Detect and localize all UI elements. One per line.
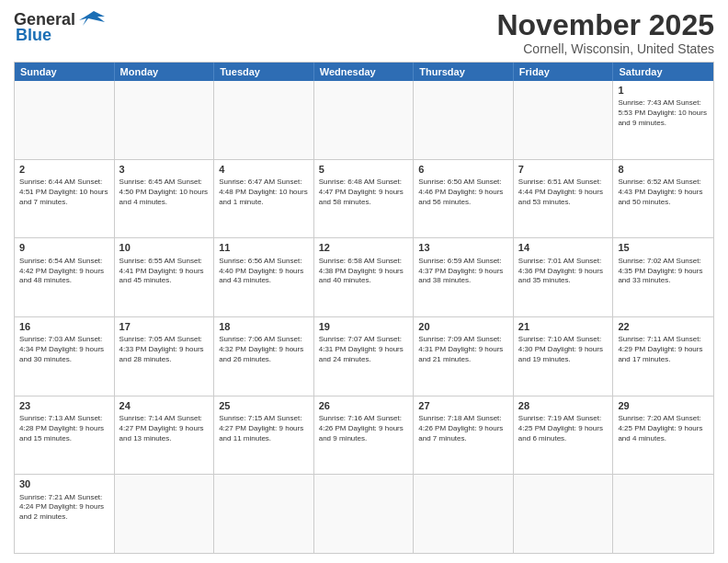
cal-week-2: 9Sunrise: 6:54 AM Sunset: 4:42 PM Daylig… bbox=[15, 237, 713, 316]
cal-cell-w0-d2 bbox=[214, 81, 314, 159]
cell-info-16: Sunrise: 7:03 AM Sunset: 4:34 PM Dayligh… bbox=[19, 335, 109, 364]
header-monday: Monday bbox=[115, 63, 215, 81]
cell-info-24: Sunrise: 7:14 AM Sunset: 4:27 PM Dayligh… bbox=[119, 414, 210, 443]
header-wednesday: Wednesday bbox=[314, 63, 415, 81]
day-number-26: 26 bbox=[319, 399, 409, 412]
cal-cell-w3-d5: 21Sunrise: 7:10 AM Sunset: 4:30 PM Dayli… bbox=[514, 317, 614, 396]
cell-info-20: Sunrise: 7:09 AM Sunset: 4:31 PM Dayligh… bbox=[418, 335, 508, 364]
cal-cell-w2-d6: 15Sunrise: 7:02 AM Sunset: 4:35 PM Dayli… bbox=[613, 238, 713, 316]
cal-cell-w1-d2: 4Sunrise: 6:47 AM Sunset: 4:48 PM Daylig… bbox=[214, 160, 314, 238]
cal-cell-w4-d4: 27Sunrise: 7:18 AM Sunset: 4:26 PM Dayli… bbox=[414, 396, 514, 475]
cal-cell-w3-d0: 16Sunrise: 7:03 AM Sunset: 4:34 PM Dayli… bbox=[15, 317, 115, 396]
cell-info-7: Sunrise: 6:51 AM Sunset: 4:44 PM Dayligh… bbox=[518, 178, 609, 207]
day-number-14: 14 bbox=[518, 241, 609, 254]
cell-info-4: Sunrise: 6:47 AM Sunset: 4:48 PM Dayligh… bbox=[219, 178, 309, 207]
cell-info-27: Sunrise: 7:18 AM Sunset: 4:26 PM Dayligh… bbox=[418, 414, 508, 443]
day-number-19: 19 bbox=[319, 320, 409, 333]
cal-week-4: 23Sunrise: 7:13 AM Sunset: 4:28 PM Dayli… bbox=[15, 396, 713, 475]
cal-cell-w1-d6: 8Sunrise: 6:52 AM Sunset: 4:43 PM Daylig… bbox=[613, 160, 713, 238]
cal-cell-w0-d6: 1Sunrise: 7:43 AM Sunset: 5:53 PM Daylig… bbox=[613, 81, 713, 159]
day-number-30: 30 bbox=[19, 477, 109, 490]
cal-cell-w3-d3: 19Sunrise: 7:07 AM Sunset: 4:31 PM Dayli… bbox=[314, 317, 415, 396]
cell-info-17: Sunrise: 7:05 AM Sunset: 4:33 PM Dayligh… bbox=[119, 335, 210, 364]
day-number-16: 16 bbox=[19, 320, 109, 333]
day-number-29: 29 bbox=[618, 399, 709, 412]
cell-info-22: Sunrise: 7:11 AM Sunset: 4:29 PM Dayligh… bbox=[618, 335, 709, 364]
cal-cell-w4-d1: 24Sunrise: 7:14 AM Sunset: 4:27 PM Dayli… bbox=[115, 396, 215, 475]
logo: General Blue bbox=[14, 9, 108, 45]
cal-cell-w2-d0: 9Sunrise: 6:54 AM Sunset: 4:42 PM Daylig… bbox=[15, 238, 115, 316]
cal-week-0: 1Sunrise: 7:43 AM Sunset: 5:53 PM Daylig… bbox=[15, 81, 713, 159]
cell-info-14: Sunrise: 7:01 AM Sunset: 4:36 PM Dayligh… bbox=[518, 257, 609, 286]
cell-info-5: Sunrise: 6:48 AM Sunset: 4:47 PM Dayligh… bbox=[319, 178, 409, 207]
cell-info-19: Sunrise: 7:07 AM Sunset: 4:31 PM Dayligh… bbox=[319, 335, 409, 364]
cal-cell-w2-d1: 10Sunrise: 6:55 AM Sunset: 4:41 PM Dayli… bbox=[115, 238, 215, 316]
logo-bird-icon bbox=[79, 9, 108, 29]
cell-info-12: Sunrise: 6:58 AM Sunset: 4:38 PM Dayligh… bbox=[319, 257, 409, 286]
cal-cell-w0-d3 bbox=[314, 81, 415, 159]
cal-cell-w1-d4: 6Sunrise: 6:50 AM Sunset: 4:46 PM Daylig… bbox=[414, 160, 514, 238]
day-number-5: 5 bbox=[319, 163, 409, 176]
cal-cell-w0-d1 bbox=[115, 81, 215, 159]
header-saturday: Saturday bbox=[613, 63, 713, 81]
cal-cell-w1-d0: 2Sunrise: 6:44 AM Sunset: 4:51 PM Daylig… bbox=[15, 160, 115, 238]
cell-info-2: Sunrise: 6:44 AM Sunset: 4:51 PM Dayligh… bbox=[19, 178, 109, 207]
day-number-7: 7 bbox=[518, 163, 609, 176]
day-number-22: 22 bbox=[618, 320, 709, 333]
day-number-6: 6 bbox=[418, 163, 508, 176]
cal-cell-w5-d6 bbox=[613, 475, 713, 553]
calendar-header: Sunday Monday Tuesday Wednesday Thursday… bbox=[15, 63, 713, 81]
day-number-23: 23 bbox=[19, 399, 109, 412]
cal-cell-w0-d4 bbox=[414, 81, 514, 159]
day-number-25: 25 bbox=[219, 399, 309, 412]
cal-cell-w1-d1: 3Sunrise: 6:45 AM Sunset: 4:50 PM Daylig… bbox=[115, 160, 215, 238]
cell-info-9: Sunrise: 6:54 AM Sunset: 4:42 PM Dayligh… bbox=[19, 257, 109, 286]
cell-info-21: Sunrise: 7:10 AM Sunset: 4:30 PM Dayligh… bbox=[518, 335, 609, 364]
cell-info-15: Sunrise: 7:02 AM Sunset: 4:35 PM Dayligh… bbox=[618, 257, 709, 286]
cal-cell-w1-d5: 7Sunrise: 6:51 AM Sunset: 4:44 PM Daylig… bbox=[514, 160, 614, 238]
cal-cell-w5-d0: 30Sunrise: 7:21 AM Sunset: 4:24 PM Dayli… bbox=[15, 475, 115, 553]
day-number-10: 10 bbox=[119, 241, 210, 254]
cell-info-25: Sunrise: 7:15 AM Sunset: 4:27 PM Dayligh… bbox=[219, 414, 309, 443]
day-number-17: 17 bbox=[119, 320, 210, 333]
cal-cell-w0-d0 bbox=[15, 81, 115, 159]
cal-cell-w5-d1 bbox=[115, 475, 215, 553]
day-number-1: 1 bbox=[618, 84, 709, 97]
cell-info-6: Sunrise: 6:50 AM Sunset: 4:46 PM Dayligh… bbox=[418, 178, 508, 207]
cal-cell-w2-d5: 14Sunrise: 7:01 AM Sunset: 4:36 PM Dayli… bbox=[514, 238, 614, 316]
day-number-11: 11 bbox=[219, 241, 309, 254]
cal-cell-w4-d6: 29Sunrise: 7:20 AM Sunset: 4:25 PM Dayli… bbox=[613, 396, 713, 475]
header-friday: Friday bbox=[514, 63, 614, 81]
cal-cell-w2-d3: 12Sunrise: 6:58 AM Sunset: 4:38 PM Dayli… bbox=[314, 238, 415, 316]
day-number-4: 4 bbox=[219, 163, 309, 176]
cal-cell-w3-d1: 17Sunrise: 7:05 AM Sunset: 4:33 PM Dayli… bbox=[115, 317, 215, 396]
cal-cell-w4-d0: 23Sunrise: 7:13 AM Sunset: 4:28 PM Dayli… bbox=[15, 396, 115, 475]
cal-cell-w4-d5: 28Sunrise: 7:19 AM Sunset: 4:25 PM Dayli… bbox=[514, 396, 614, 475]
day-number-21: 21 bbox=[518, 320, 609, 333]
cell-info-28: Sunrise: 7:19 AM Sunset: 4:25 PM Dayligh… bbox=[518, 414, 609, 443]
cal-cell-w3-d4: 20Sunrise: 7:09 AM Sunset: 4:31 PM Dayli… bbox=[414, 317, 514, 396]
day-number-2: 2 bbox=[19, 163, 109, 176]
cell-info-23: Sunrise: 7:13 AM Sunset: 4:28 PM Dayligh… bbox=[19, 414, 109, 443]
day-number-12: 12 bbox=[319, 241, 409, 254]
cal-cell-w2-d4: 13Sunrise: 6:59 AM Sunset: 4:37 PM Dayli… bbox=[414, 238, 514, 316]
cal-cell-w5-d2 bbox=[214, 475, 314, 553]
cal-week-5: 30Sunrise: 7:21 AM Sunset: 4:24 PM Dayli… bbox=[15, 474, 713, 553]
title-block: November 2025 Cornell, Wisconsin, United… bbox=[496, 9, 714, 56]
page: General Blue November 2025 Cornell, Wisc… bbox=[0, 0, 728, 563]
cell-info-10: Sunrise: 6:55 AM Sunset: 4:41 PM Dayligh… bbox=[119, 257, 210, 286]
cal-cell-w5-d5 bbox=[514, 475, 614, 553]
cal-cell-w5-d4 bbox=[414, 475, 514, 553]
day-number-15: 15 bbox=[618, 241, 709, 254]
day-number-13: 13 bbox=[418, 241, 508, 254]
cell-info-18: Sunrise: 7:06 AM Sunset: 4:32 PM Dayligh… bbox=[219, 335, 309, 364]
cal-cell-w0-d5 bbox=[514, 81, 614, 159]
day-number-24: 24 bbox=[119, 399, 210, 412]
cal-week-1: 2Sunrise: 6:44 AM Sunset: 4:51 PM Daylig… bbox=[15, 159, 713, 238]
cell-info-26: Sunrise: 7:16 AM Sunset: 4:26 PM Dayligh… bbox=[319, 414, 409, 443]
logo-blue-text: Blue bbox=[16, 26, 51, 45]
cal-cell-w2-d2: 11Sunrise: 6:56 AM Sunset: 4:40 PM Dayli… bbox=[214, 238, 314, 316]
day-number-28: 28 bbox=[518, 399, 609, 412]
cell-info-30: Sunrise: 7:21 AM Sunset: 4:24 PM Dayligh… bbox=[19, 493, 109, 523]
cell-info-8: Sunrise: 6:52 AM Sunset: 4:43 PM Dayligh… bbox=[618, 178, 709, 207]
